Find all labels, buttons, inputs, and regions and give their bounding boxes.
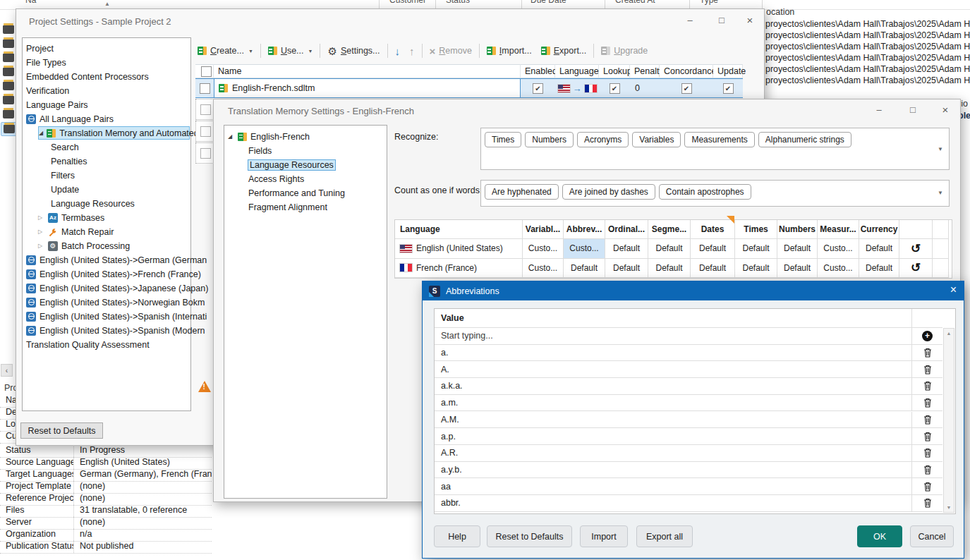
help-button[interactable]: Help xyxy=(434,525,480,547)
nav-item-penalties[interactable]: Penalties xyxy=(51,154,190,168)
trash-icon[interactable] xyxy=(923,398,932,408)
project-list-item[interactable] xyxy=(1,66,16,78)
scroll-down-icon[interactable]: ▼ xyxy=(944,505,954,510)
tree-item-fields[interactable]: Fields xyxy=(248,144,272,157)
tm-row-cell[interactable]: ✔ xyxy=(660,78,713,98)
nav-item-language-pairs[interactable]: Language Pairs xyxy=(26,98,190,111)
trash-icon[interactable] xyxy=(923,432,932,442)
update-checkbox[interactable]: ✔ xyxy=(723,83,734,94)
recognize-chipbox[interactable]: TimesNumbersAcronymsVariablesMeasurement… xyxy=(480,128,950,170)
resources-cell[interactable]: Default xyxy=(605,239,648,259)
chevron-down-icon[interactable]: ▼ xyxy=(938,190,943,196)
abbreviation-row[interactable]: a.k.a. xyxy=(435,378,911,395)
reset-language-defaults-button[interactable]: ↺ xyxy=(899,259,933,279)
project-list-item[interactable] xyxy=(1,122,17,136)
project-list-item[interactable] xyxy=(1,23,16,36)
project-list-item[interactable] xyxy=(1,37,16,50)
tree-item-language-resources[interactable]: Language Resources xyxy=(248,158,335,171)
nav-item-english-united-states-japanese[interactable]: English (United States)->Japanese (Japan… xyxy=(26,281,190,295)
use--button[interactable]: Use...▼ xyxy=(266,44,315,57)
close-icon[interactable]: × xyxy=(739,14,760,26)
maximize-icon[interactable]: □ xyxy=(711,15,732,25)
create--button[interactable]: Create...▼ xyxy=(195,44,255,57)
import--button[interactable]: Import... xyxy=(485,44,534,57)
nav-item-filters[interactable]: Filters xyxy=(51,169,190,182)
minimize-icon[interactable]: – xyxy=(868,104,890,115)
tm-row-cell[interactable]: English-French.sdltm xyxy=(214,78,521,98)
project-list-item[interactable] xyxy=(1,51,16,64)
resources-cell[interactable]: Default xyxy=(605,259,648,279)
tm-row-cell[interactable]: ✔ xyxy=(599,78,630,98)
tree-item-fragment-alignment[interactable]: Fragment Alignment xyxy=(248,200,327,214)
chevron-down-icon[interactable]: ▼ xyxy=(938,146,943,152)
resources-cell[interactable] xyxy=(933,239,949,259)
tm-row-cell[interactable]: ✔ xyxy=(713,78,743,98)
maximize-icon[interactable]: □ xyxy=(902,104,923,115)
nav-item-english-united-states-german-g[interactable]: English (United States)->German (German xyxy=(26,253,190,267)
resources-cell[interactable]: Default xyxy=(735,259,777,279)
resources-cell[interactable]: Default xyxy=(691,259,735,279)
trash-icon[interactable] xyxy=(923,348,932,358)
nav-item-language-resources[interactable]: Language Resources xyxy=(51,197,190,210)
tm-row-cell[interactable]: → xyxy=(555,78,599,98)
abbreviation-row[interactable]: a.m. xyxy=(435,395,911,412)
abbreviation-row[interactable]: A.R. xyxy=(435,445,911,462)
nav-item-translation-quality-assessment[interactable]: Translation Quality Assessment xyxy=(26,338,190,351)
nav-item-termbases[interactable]: ▷AzTermbases xyxy=(38,211,190,224)
row-checkbox[interactable] xyxy=(200,104,211,115)
nav-item-english-united-states-norwegia[interactable]: English (United States)->Norwegian Bokm xyxy=(26,296,190,309)
reset-to-defaults-button[interactable]: Reset to Defaults xyxy=(20,422,103,439)
nav-item-english-united-states-spanish-[interactable]: English (United States)->Spanish (Modern xyxy=(26,324,190,337)
resources-cell[interactable]: Custo... xyxy=(818,259,859,279)
ok-button[interactable]: OK xyxy=(857,525,902,547)
import-button[interactable]: Import xyxy=(580,525,628,547)
select-all-checkbox[interactable] xyxy=(201,66,212,77)
resources-cell[interactable]: Default xyxy=(564,259,605,279)
resources-cell[interactable]: Custo... xyxy=(818,239,859,259)
resources-cell[interactable]: Default xyxy=(648,239,691,259)
row-checkbox[interactable] xyxy=(200,148,211,159)
export--button[interactable]: Export... xyxy=(539,44,589,57)
trash-icon[interactable] xyxy=(923,415,932,425)
abbreviation-row[interactable]: a. xyxy=(435,345,911,362)
row-checkbox[interactable] xyxy=(200,83,210,94)
arrow-down-button[interactable]: ↓ xyxy=(393,44,403,59)
lookup-checkbox[interactable]: ✔ xyxy=(610,83,620,94)
resources-cell[interactable]: Default xyxy=(648,259,691,279)
add-icon[interactable]: + xyxy=(922,331,933,341)
settings--button[interactable]: ⚙Settings... xyxy=(325,44,382,58)
trash-icon[interactable] xyxy=(923,482,932,492)
abbreviation-row[interactable]: a.y.b. xyxy=(435,462,911,479)
reset-language-defaults-button[interactable]: ↺ xyxy=(899,239,933,259)
trash-icon[interactable] xyxy=(923,465,932,475)
scroll-left-button[interactable]: ‹ xyxy=(1,364,13,377)
count-as-one-chipbox[interactable]: Are hyphenatedAre joined by dashesContai… xyxy=(480,180,950,207)
nav-item-match-repair[interactable]: ▷Match Repair xyxy=(38,225,190,238)
minimize-icon[interactable]: – xyxy=(679,15,701,25)
nav-item-project[interactable]: Project xyxy=(26,42,190,55)
tm-row-cell[interactable]: 0 xyxy=(630,78,660,98)
tree-item-performance-and-tuning[interactable]: Performance and Tuning xyxy=(248,186,345,200)
resources-cell[interactable]: Custo... xyxy=(564,239,605,259)
cancel-button[interactable]: Cancel xyxy=(910,525,954,547)
nav-item-all-language-pairs[interactable]: All Language Pairs xyxy=(26,112,190,126)
resources-cell[interactable]: Custo... xyxy=(523,239,564,259)
nav-item-verification[interactable]: Verification xyxy=(26,84,190,97)
trash-icon[interactable] xyxy=(923,365,932,375)
tree-item-english-french[interactable]: ◢English-French xyxy=(228,130,310,143)
nav-item-search[interactable]: Search xyxy=(51,140,190,154)
abbreviation-row[interactable]: aa xyxy=(435,478,911,495)
abbreviation-row[interactable]: abbr. xyxy=(435,495,911,512)
trash-icon[interactable] xyxy=(923,381,932,391)
project-list-item[interactable] xyxy=(1,108,16,121)
project-list-item[interactable] xyxy=(1,94,16,106)
trash-icon[interactable] xyxy=(923,448,932,458)
project-list-item[interactable] xyxy=(1,80,16,92)
resources-cell[interactable] xyxy=(933,259,949,279)
scroll-up-icon[interactable]: ▲ xyxy=(944,331,954,336)
tm-row-cell[interactable] xyxy=(195,78,214,98)
close-icon[interactable]: × xyxy=(935,104,956,116)
nav-item-update[interactable]: Update xyxy=(51,183,190,196)
tm-row-cell[interactable]: ✔ xyxy=(521,78,555,98)
nav-item-english-united-states-spanish-[interactable]: English (United States)->Spanish (Intern… xyxy=(26,310,190,323)
